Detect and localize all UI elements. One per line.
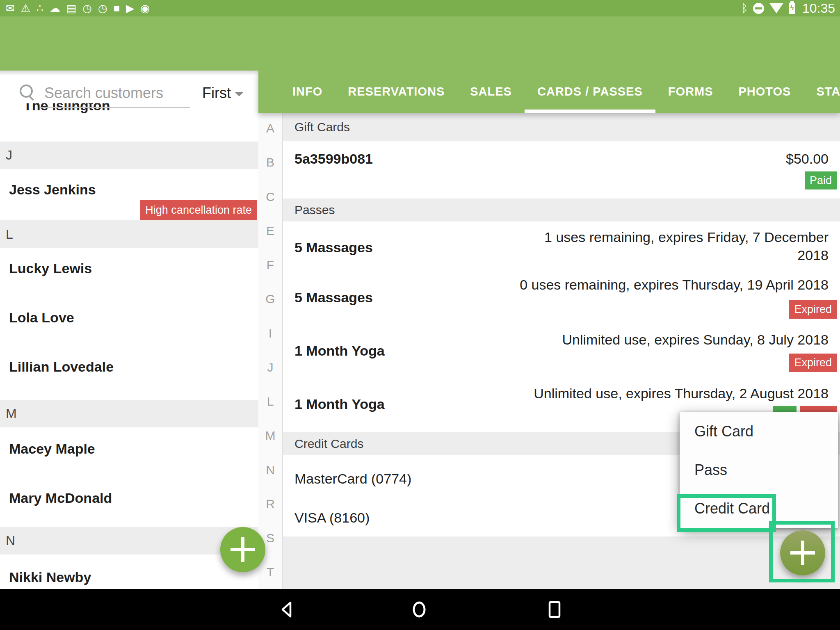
index-letter-c[interactable]: C — [258, 190, 282, 204]
customer-row-mary-mcdonald[interactable]: Mary McDonald — [9, 490, 112, 506]
pass-info: Unlimited use, expires Thursday, 2 Augus… — [534, 384, 829, 402]
index-letter-m[interactable]: M — [258, 429, 282, 443]
section-header-n: N — [0, 527, 258, 555]
play-store-icon: ▶ — [126, 0, 134, 16]
menu-item-gift-card[interactable]: Gift Card — [694, 423, 753, 440]
customer-row-nikki-newby[interactable]: Nikki Newby — [9, 569, 91, 585]
chrome-icon: ◉ — [140, 0, 150, 16]
pass-info: Unlimited use, expires Sunday, 8 July 20… — [562, 331, 829, 349]
gift-card-amount: $50.00 — [786, 151, 829, 167]
tab-sales[interactable]: SALES — [457, 71, 525, 113]
tab-cards-passes[interactable]: CARDS / PASSES — [525, 71, 655, 113]
customer-row-clipped[interactable]: The Islington — [23, 103, 155, 114]
pass-info: 1 uses remaining, expires Friday, 7 Dece… — [544, 228, 829, 264]
tab-reservations[interactable]: RESERVATIONS — [335, 71, 457, 113]
pass-info: 0 uses remaining, expires Thursday, 19 A… — [520, 276, 829, 294]
badge-fragment-green — [773, 406, 797, 412]
sort-dropdown[interactable]: First — [202, 84, 231, 102]
battery-charging-icon: ϟ — [789, 3, 795, 14]
panel-divider — [282, 113, 283, 589]
status-system-icons: ᛒ ϟ 10:35 — [741, 0, 835, 16]
index-letter-b[interactable]: B — [258, 155, 282, 169]
gift-card-row-title[interactable]: 5a3599b081 — [294, 151, 373, 167]
app-screen: The Islington Search customers First J J… — [0, 0, 840, 630]
customer-row-macey-maple[interactable]: Macey Maple — [9, 441, 95, 457]
index-letter-i[interactable]: I — [258, 326, 282, 340]
home-button[interactable] — [410, 600, 428, 619]
search-input[interactable]: Search customers — [44, 84, 163, 102]
gmail-icon: ✉ — [6, 0, 15, 16]
pass-row-title[interactable]: 1 Month Yoga — [294, 396, 385, 412]
tab-info[interactable]: INFO — [280, 71, 335, 113]
section-header-j: J — [0, 142, 258, 169]
customer-row-jess-jenkins[interactable]: Jess Jenkins — [9, 182, 96, 198]
customer-row-lillian-lovedale[interactable]: Lillian Lovedale — [9, 359, 114, 375]
menu-item-pass[interactable]: Pass — [694, 461, 727, 479]
customer-row-lucky-lewis[interactable]: Lucky Lewis — [9, 260, 92, 276]
index-letter-t[interactable]: T — [258, 565, 282, 579]
index-letter-j[interactable]: J — [258, 361, 282, 374]
gallery-icon: ▤ — [66, 0, 77, 16]
section-header-m: M — [0, 400, 258, 427]
menu-item-credit-card[interactable]: Credit Card — [694, 500, 770, 517]
badge-fragment-red — [800, 406, 837, 412]
tab-photos[interactable]: PHOTOS — [726, 71, 803, 113]
credit-card-row-mastercard[interactable]: MasterCard (0774) — [294, 471, 411, 487]
customer-row-lola-love[interactable]: Lola Love — [9, 310, 74, 326]
pass-row-title[interactable]: 5 Massages — [294, 290, 373, 306]
app-bar — [0, 16, 840, 71]
cloud-icon: ☁ — [50, 0, 60, 16]
customer-name-clipped: The Islington — [23, 103, 155, 114]
do-not-disturb-icon — [753, 3, 764, 14]
status-time: 10:35 — [802, 1, 835, 16]
index-letter-n[interactable]: N — [258, 463, 282, 477]
bluetooth-icon: ᛒ — [741, 2, 748, 15]
wifi-icon — [769, 3, 783, 14]
square-app-icon: ■ — [114, 0, 120, 16]
tab-forms[interactable]: FORMS — [655, 71, 726, 113]
pass-row-title[interactable]: 1 Month Yoga — [294, 343, 385, 359]
index-letter-e[interactable]: E — [258, 224, 282, 238]
status-notification-icons: ✉⚠∴☁▤◷◷■▶◉ — [6, 0, 150, 16]
add-customer-fab[interactable] — [220, 527, 265, 572]
back-button[interactable] — [279, 600, 297, 619]
clock-icon-2: ◷ — [98, 0, 107, 16]
plus-icon — [231, 537, 255, 562]
add-card-pass-fab[interactable] — [780, 530, 825, 575]
section-header-l: L — [0, 220, 258, 248]
search-icon — [20, 84, 33, 98]
warning-icon: ⚠ — [21, 0, 30, 16]
plus-icon — [790, 541, 815, 565]
expired-badge: Expired — [789, 354, 837, 372]
paid-badge: Paid — [805, 171, 837, 189]
alphabet-index-strip[interactable] — [258, 113, 282, 589]
gift-cards-section-header: Gift Cards — [283, 113, 840, 141]
index-letter-l[interactable]: L — [258, 395, 282, 409]
pass-row-title[interactable]: 5 Massages — [294, 240, 373, 256]
clock-icon: ◷ — [82, 0, 92, 16]
search-underline — [40, 107, 190, 108]
index-letter-a[interactable]: A — [258, 121, 282, 135]
app-bar-shadow — [0, 71, 258, 75]
index-letter-f[interactable]: F — [258, 258, 282, 272]
index-letter-r[interactable]: R — [258, 497, 282, 511]
index-letter-g[interactable]: G — [258, 292, 282, 306]
tab-stats[interactable]: STATS — [803, 71, 840, 113]
share-dots-icon: ∴ — [37, 0, 43, 16]
expired-badge: Expired — [789, 300, 837, 319]
credit-card-row-visa[interactable]: VISA (8160) — [294, 510, 370, 526]
tab-bar: INFORESERVATIONSSALESCARDS / PASSESFORMS… — [258, 71, 840, 113]
chevron-down-icon[interactable] — [235, 92, 244, 101]
passes-section-header: Passes — [283, 199, 840, 221]
recents-button[interactable] — [546, 600, 564, 619]
high-cancellation-badge: High cancellation rate — [140, 200, 257, 220]
